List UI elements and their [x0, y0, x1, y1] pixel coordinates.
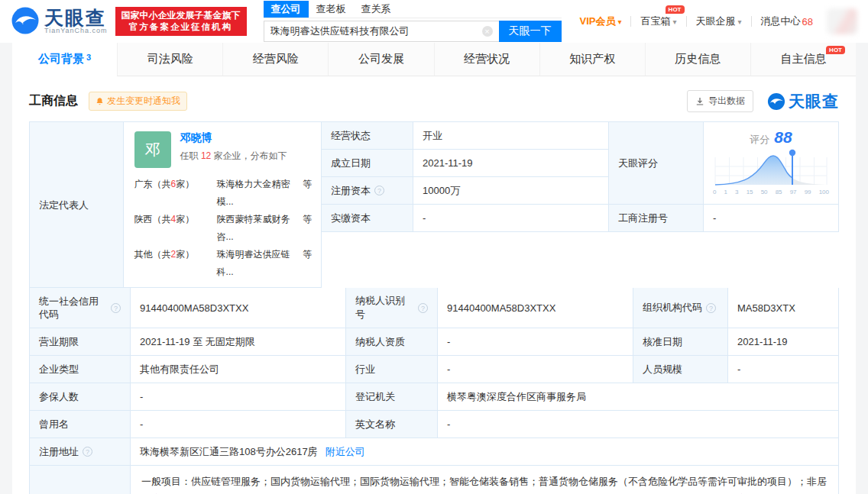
- legal-rep-label: 法定代表人: [30, 122, 124, 288]
- score-axis-ticks: 0131550859799100: [713, 189, 829, 195]
- help-icon[interactable]: ?: [418, 303, 428, 313]
- reg-address-label: 注册地址?: [30, 438, 131, 466]
- taxpayer-id-value: 91440400MA58D3XTXX: [438, 288, 633, 328]
- clear-search-icon[interactable]: ×: [482, 26, 493, 37]
- company-nav-tabs: 公司背景 3 司法风险 经营风险 公司发展 经营状况 知识产权 历史信息 自主信…: [12, 43, 856, 76]
- est-date-label: 成立日期: [322, 150, 413, 177]
- score-chart: 评分88: [704, 122, 839, 205]
- company-type-label: 企业类型: [30, 356, 131, 383]
- tianyancha-watermark: 天眼查: [767, 91, 839, 112]
- top-menu: VIP会员 ▾ HOT 百宝箱 ▾ 天眼企服 ▾ 消息中心 68: [570, 8, 857, 34]
- tab-count: 3: [86, 53, 91, 62]
- dist-row: 陕西（共4家） 陕西蒙特莱威财务咨... 等: [134, 211, 312, 246]
- industry-value: -: [438, 356, 633, 383]
- tianyancha-watermark-icon: [767, 92, 785, 111]
- tianyancha-logo-icon: [11, 6, 40, 37]
- staff-size-value: -: [728, 356, 839, 383]
- dist-row: 广东（共6家） 珠海格力大金精密模... 等: [134, 176, 312, 211]
- help-icon[interactable]: ?: [83, 447, 92, 457]
- notify-on-change-button[interactable]: 发生变更时通知我: [89, 92, 187, 111]
- chevron-down-icon: ▾: [672, 18, 676, 26]
- tab-judicial-risk[interactable]: 司法风险: [117, 43, 222, 76]
- search-tab-relation[interactable]: 查关系: [354, 1, 399, 18]
- tab-operational-risk[interactable]: 经营风险: [222, 43, 328, 76]
- hot-badge: HOT: [826, 46, 845, 54]
- business-term-label: 营业期限: [30, 328, 131, 356]
- reg-number-label: 工商注册号: [609, 205, 704, 232]
- company-type-value: 其他有限责任公司: [131, 356, 346, 383]
- reg-authority-value: 横琴粤澳深度合作区商事服务局: [438, 383, 839, 411]
- company-detail-card: 公司背景 3 司法风险 经营风险 公司发展 经营状况 知识产权 历史信息 自主信…: [12, 43, 856, 494]
- tab-history-info[interactable]: 历史信息: [645, 43, 750, 76]
- status-label: 经营状态: [322, 122, 413, 150]
- score-label: 天眼评分: [609, 122, 704, 205]
- legal-rep-name-link[interactable]: 邓晓博: [180, 131, 287, 145]
- bell-icon: [96, 97, 104, 106]
- dist-row: 其他（共2家） 珠海明睿达供应链科... 等: [134, 246, 312, 281]
- dist-company-link[interactable]: 珠海格力大金精密模...: [217, 176, 298, 211]
- section-title: 工商信息: [29, 93, 78, 109]
- logo-domain: TianYanCha.com: [44, 27, 108, 34]
- message-center-menu[interactable]: 消息中心 68: [752, 15, 822, 28]
- former-name-value: -: [131, 411, 346, 438]
- help-icon[interactable]: ?: [706, 303, 716, 313]
- english-name-label: 英文名称: [346, 411, 438, 438]
- taxpayer-id-label: 纳税人识别号?: [346, 288, 438, 328]
- org-code-value: MA58D3XTX: [728, 288, 839, 328]
- english-name-value: -: [438, 411, 839, 438]
- tab-company-background[interactable]: 公司背景 3: [12, 43, 117, 76]
- tab-self-published-info[interactable]: 自主信息 HOT: [750, 43, 856, 76]
- chevron-down-icon: ▾: [738, 18, 742, 26]
- business-term-value: 2021-11-19 至 无固定期限: [131, 328, 346, 356]
- approval-date-value: 2021-11-19: [728, 328, 839, 356]
- est-date-value: 2021-11-19: [413, 150, 609, 177]
- tab-operating-status[interactable]: 经营状况: [434, 43, 539, 76]
- unified-code-value: 91440400MA58D3XTXX: [131, 288, 346, 328]
- staff-size-label: 人员规模: [633, 356, 728, 383]
- user-avatar-blurred[interactable]: [827, 8, 857, 34]
- message-count-badge: 68: [802, 16, 813, 27]
- legal-rep-cell: 邓 邓晓博 任职 12 家企业，分布如下 广东（共6家） 珠海格力大金精密模..…: [124, 122, 322, 288]
- unified-code-label: 统一社会信用代码?: [30, 288, 131, 328]
- tab-company-development[interactable]: 公司发展: [328, 43, 433, 76]
- industry-label: 行业: [346, 356, 438, 383]
- reg-capital-label: 注册资本?: [322, 177, 413, 205]
- dist-company-link[interactable]: 陕西蒙特莱威财务咨...: [217, 211, 298, 246]
- section-header: 工商信息 发生变更时通知我 导出数据 天眼查: [12, 76, 856, 121]
- help-icon[interactable]: ?: [374, 186, 384, 195]
- status-value: 开业: [413, 122, 609, 150]
- vip-member-menu[interactable]: VIP会员 ▾: [570, 15, 630, 28]
- legal-rep-tenure: 任职 12 家企业，分布如下: [180, 150, 287, 163]
- enterprise-service-menu[interactable]: 天眼企服 ▾: [687, 15, 751, 28]
- paid-capital-label: 实缴资本: [322, 205, 413, 232]
- chevron-down-icon: ▾: [617, 18, 621, 26]
- help-icon[interactable]: ?: [111, 303, 121, 313]
- top-header: 天眼查 TianYanCha.com 国家中小企业发展子基金旗下 官方备案企业征…: [0, 0, 868, 43]
- paid-capital-value: -: [413, 205, 609, 232]
- org-code-label: 组织机构代码?: [633, 288, 728, 328]
- search-tab-boss[interactable]: 查老板: [309, 1, 354, 18]
- tianyancha-logo[interactable]: 天眼查 TianYanCha.com: [11, 6, 108, 37]
- search-block: 查公司 查老板 查关系 × 天眼一下: [264, 2, 562, 42]
- gov-certification-badge: 国家中小企业发展子基金旗下 官方备案企业征信机构: [115, 7, 247, 36]
- tab-intellectual-property[interactable]: 知识产权: [539, 43, 645, 76]
- score-value: 88: [774, 128, 792, 146]
- toolbox-menu[interactable]: HOT 百宝箱 ▾: [631, 15, 685, 28]
- legal-rep-avatar[interactable]: 邓: [134, 131, 171, 168]
- taxpayer-quality-label: 纳税人资质: [346, 328, 438, 356]
- business-scope-label: 经营范围?: [30, 466, 131, 494]
- search-button[interactable]: 天眼一下: [499, 21, 562, 42]
- dist-company-link[interactable]: 珠海明睿达供应链科...: [217, 246, 298, 281]
- taxpayer-quality-value: -: [438, 328, 633, 356]
- export-data-button[interactable]: 导出数据: [687, 90, 753, 112]
- search-input[interactable]: [264, 21, 499, 42]
- former-name-label: 曾用名: [30, 411, 131, 438]
- hot-badge: HOT: [666, 5, 685, 14]
- reg-authority-label: 登记机关: [346, 383, 438, 411]
- search-tab-company[interactable]: 查公司: [264, 1, 309, 18]
- reg-capital-value: 10000万: [413, 177, 609, 205]
- reg-address-value: 珠海横琴新区汇通三路108号办公2617房 附近公司: [131, 438, 839, 466]
- score-bell-curve: [713, 148, 829, 188]
- business-scope-value: 一般项目：供应链管理服务；国内货物运输代理；国际货物运输代理；智能仓储装备销售；…: [131, 466, 839, 494]
- nearby-companies-link[interactable]: 附近公司: [326, 445, 365, 459]
